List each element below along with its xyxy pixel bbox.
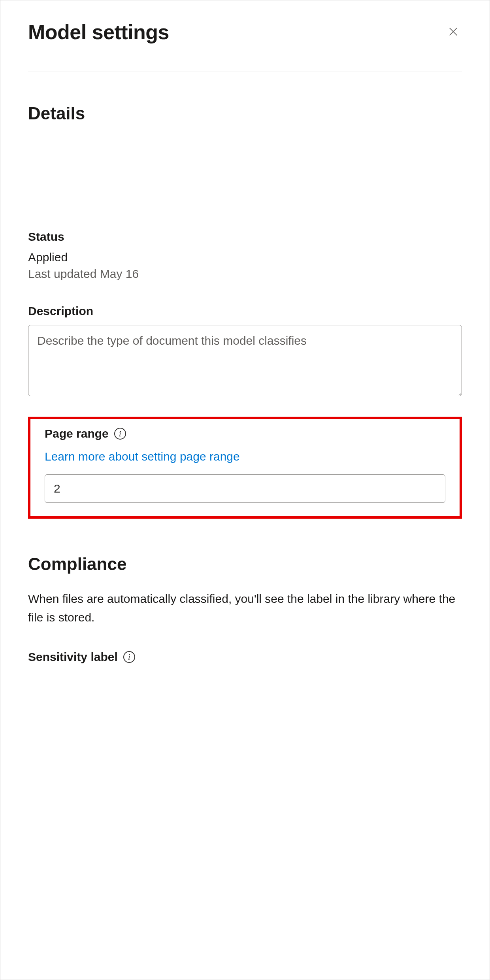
panel-title: Model settings — [28, 20, 169, 44]
page-range-input[interactable] — [45, 474, 445, 503]
sensitivity-label-text: Sensitivity label — [28, 650, 118, 664]
details-heading: Details — [28, 104, 462, 123]
panel-header: Model settings — [28, 20, 462, 72]
status-value: Applied — [28, 251, 462, 264]
page-range-learn-more-link[interactable]: Learn more about setting page range — [45, 450, 240, 463]
status-label: Status — [28, 230, 462, 244]
model-settings-panel: Model settings Details Status Applied La… — [0, 0, 490, 664]
description-block: Description — [28, 304, 462, 398]
sensitivity-label-row: Sensitivity label i — [28, 650, 462, 664]
details-spacer — [28, 139, 462, 230]
compliance-heading: Compliance — [28, 554, 462, 574]
status-block: Status Applied Last updated May 16 — [28, 230, 462, 281]
page-range-label-text: Page range — [45, 427, 109, 440]
close-icon — [448, 26, 459, 38]
info-icon[interactable]: i — [114, 428, 126, 440]
compliance-body: When files are automatically classified,… — [28, 590, 462, 627]
close-button[interactable] — [445, 23, 462, 41]
page-range-block: Page range i Learn more about setting pa… — [28, 417, 462, 519]
status-updated: Last updated May 16 — [28, 267, 462, 281]
info-icon[interactable]: i — [123, 651, 135, 663]
description-input[interactable] — [28, 325, 462, 396]
page-range-label: Page range i — [45, 427, 445, 440]
description-label: Description — [28, 304, 462, 318]
